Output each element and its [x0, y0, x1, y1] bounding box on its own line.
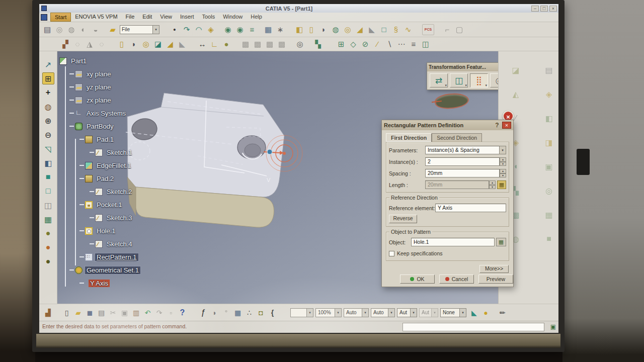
menu-file[interactable]: File [122, 13, 139, 22]
dialog-help-button[interactable]: ? [494, 122, 501, 129]
measure-tool-icon[interactable]: ▦ [497, 180, 506, 189]
compass-cross-icon[interactable]: ⊞ [335, 39, 347, 50]
new-icon[interactable]: ▯ [61, 307, 72, 318]
spacing-spinner[interactable]: ▴▾ [500, 169, 506, 177]
pcs-icon[interactable]: PCS [422, 24, 434, 35]
material-icon[interactable]: ▚ [312, 39, 324, 50]
tree-item-sketch4[interactable]: Sketch.4 [59, 237, 180, 250]
material-ball-icon-2[interactable]: ● [42, 241, 54, 253]
paint-dot-icon[interactable]: • [169, 24, 181, 35]
menu-enovia[interactable]: ENOVIA V5 VPM [71, 13, 121, 22]
shaded-view-icon[interactable]: ■ [42, 171, 54, 183]
zoom-out-icon[interactable]: ⊖ [42, 129, 54, 141]
wireframe-view-icon[interactable]: □ [42, 185, 54, 197]
draft-icon[interactable]: ◣ [366, 24, 378, 35]
menu-insert[interactable]: Insert [176, 13, 198, 22]
rib-icon[interactable]: ∿ [402, 24, 414, 35]
tree-item-pad2[interactable]: Pad.2 [59, 172, 180, 185]
paste-icon[interactable]: ▥ [130, 307, 142, 318]
sweep-icon[interactable]: ◭ [510, 88, 522, 100]
normal-view-icon[interactable]: ◹ [42, 143, 54, 155]
sketcher-dim-icon-1[interactable]: ◌ [71, 39, 84, 50]
enovia-icon-1[interactable]: ◎ [53, 24, 65, 35]
tree-item-edgefillet1[interactable]: EdgeFillet.1 [59, 159, 180, 172]
catalog-dim-icon-4[interactable]: ▩ [276, 39, 288, 50]
line-icon[interactable]: ∖ [383, 39, 395, 50]
brackets-icon[interactable]: { [267, 307, 278, 318]
groove2-icon[interactable]: ◗ [128, 39, 140, 50]
object-input[interactable]: Hole.1 [411, 238, 495, 246]
catalog-dim-icon-2[interactable]: ▩ [252, 39, 264, 50]
close-button[interactable]: × [549, 6, 557, 12]
fit-all-icon[interactable]: ⊞ [42, 72, 54, 84]
menu-view[interactable]: View [156, 13, 176, 22]
formula-bubble-icon[interactable]: ◗ [209, 307, 220, 318]
enovia-icon-2[interactable]: ◍ [65, 24, 77, 35]
pencil-icon[interactable]: ✏ [497, 307, 508, 318]
enovia-icon-4[interactable]: ◒ [90, 24, 102, 35]
copy-icon[interactable]: ▣ [119, 307, 130, 318]
design-table-icon[interactable]: ▦ [232, 307, 244, 318]
file-combo[interactable]: File ▾ [120, 25, 159, 34]
tree-item-sketch1[interactable]: Sketch.1 [59, 146, 180, 159]
fly-icon[interactable]: ↗ [42, 58, 54, 70]
dots-icon[interactable]: ⋯ [395, 39, 408, 50]
pocket2-icon[interactable]: ▯ [116, 39, 128, 50]
spacing-input[interactable]: 20mm [425, 169, 500, 177]
object-picker-icon[interactable]: ▦ [496, 238, 506, 246]
reference-element-input[interactable]: Y Axis [435, 204, 506, 212]
auto-combo-3[interactable]: Aut ▾ [397, 308, 417, 317]
solid-feature-icon[interactable]: ■ [543, 233, 555, 244]
tiny-dim-icon[interactable]: ° [220, 307, 232, 318]
tree-item-yz-plane[interactable]: yz plane [59, 80, 180, 94]
tab-second-direction[interactable]: Second Direction [432, 133, 482, 142]
box-feature-icon-4[interactable]: ▣ [543, 161, 555, 172]
list-icon[interactable]: ≡ [408, 39, 420, 50]
inertia-icon[interactable]: ● [220, 39, 232, 50]
surface-icon[interactable]: ◠ [193, 24, 205, 35]
menu-window[interactable]: Window [219, 13, 247, 22]
menu-start[interactable]: Start [50, 13, 71, 22]
keep-specifications-checkbox[interactable] [389, 251, 394, 256]
auto-combo-1[interactable]: Auto ▾ [344, 308, 369, 317]
dialog-title-bar[interactable]: Rectangular Pattern Definition ? × [382, 120, 513, 130]
instances-spinner[interactable]: ▴▾ [500, 157, 506, 166]
catia-home-icon[interactable]: ▟ [42, 307, 54, 318]
hidden-line-icon[interactable]: ◫ [42, 199, 54, 211]
translation-button[interactable]: ⇄ ▾ [430, 73, 448, 87]
parameters-combo-arrow-icon[interactable]: ▾ [500, 146, 506, 154]
menu-edit[interactable]: Edit [138, 13, 156, 22]
tree-item-xy-plane[interactable]: xy plane [59, 67, 180, 80]
surfaces-icon[interactable]: ◪ [510, 64, 522, 75]
save-icon[interactable]: ◼ [84, 307, 96, 318]
thread-icon[interactable]: § [390, 24, 402, 35]
tree-item-hole1[interactable]: Hole.1 [59, 224, 180, 237]
chamfer-icon[interactable]: ◢ [354, 24, 366, 35]
hole2-icon[interactable]: ◎ [140, 39, 152, 50]
more-button[interactable]: More>> [479, 265, 509, 273]
tree-item-pocket1[interactable]: Pocket.1 [59, 198, 180, 211]
whats-this-icon[interactable]: ? [177, 307, 188, 318]
grid-feature-icon[interactable]: ▦ [543, 209, 555, 220]
preview-button[interactable]: Preview [478, 275, 513, 284]
pen-ball-icon[interactable]: ● [480, 307, 492, 318]
box-feature-icon-2[interactable]: ◧ [543, 113, 555, 124]
tree-item-partbody[interactable]: PartBody [59, 120, 180, 133]
ok-button[interactable]: OK [400, 275, 435, 284]
compass-ghost[interactable] [435, 93, 468, 110]
file-combo-arrow-icon[interactable]: ▾ [153, 25, 159, 34]
iso-view-icon[interactable]: ◧ [42, 157, 54, 169]
measure-item-icon[interactable]: ∟ [208, 39, 220, 50]
fx-icon[interactable]: ƒ [197, 307, 209, 318]
pocket-icon[interactable]: ▯ [305, 24, 317, 35]
structure-icon[interactable]: ∴ [244, 307, 255, 318]
material-ball-icon-1[interactable]: ● [42, 227, 54, 239]
line-pencil-icon[interactable]: ∕ [371, 39, 383, 50]
box-feature-icon-3[interactable]: ◨ [543, 137, 555, 148]
hole-icon[interactable]: ◎ [342, 24, 354, 35]
groove-icon[interactable]: ◗ [317, 24, 330, 35]
edgefillet-icon[interactable]: ◪ [152, 39, 164, 50]
annotation-icon[interactable]: ▤ [543, 64, 555, 75]
shaft-icon[interactable]: ◍ [330, 24, 342, 35]
frame-icon[interactable]: ▢ [453, 24, 465, 35]
